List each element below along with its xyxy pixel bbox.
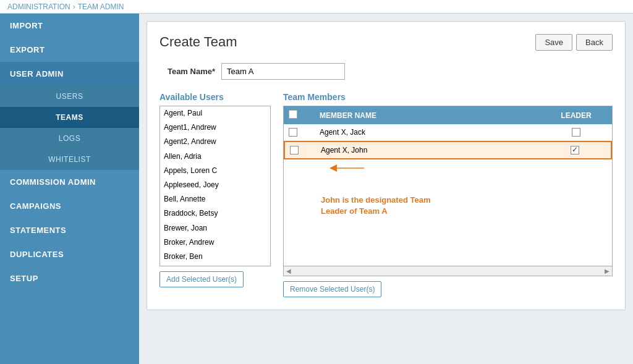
available-users-col: Available Users Agent, Paul Agent1, Andr…: [159, 92, 271, 287]
content-area: Create Team Save Back Team Name* Availab…: [139, 14, 633, 364]
content-panel: Create Team Save Back Team Name* Availab…: [147, 21, 626, 310]
list-item[interactable]: Broker, Andrew: [160, 235, 270, 250]
breadcrumb-team-admin[interactable]: TEAM ADMIN: [78, 2, 124, 11]
list-item[interactable]: Appels, Loren C: [160, 164, 270, 178]
list-item[interactable]: Braddock, Betsy: [160, 206, 270, 221]
member-name: Agent X, Jack: [307, 128, 545, 137]
sidebar-item-import[interactable]: IMPORT: [0, 14, 139, 38]
available-users-title: Available Users: [159, 92, 271, 102]
panel-header: Create Team Save Back: [159, 34, 613, 51]
list-item[interactable]: Brewer, Joan: [160, 221, 270, 235]
available-users-list[interactable]: Agent, Paul Agent1, Andrew Agent2, Andre…: [159, 106, 271, 266]
row-checkbox[interactable]: [289, 128, 297, 137]
row-checkbox[interactable]: [290, 146, 299, 154]
sidebar-item-commission-admin[interactable]: COMMISSION ADMIN: [0, 170, 139, 194]
leader-checkbox[interactable]: [572, 128, 580, 137]
team-members-table[interactable]: MEMBER NAME LEADER Agent X, Jack: [283, 106, 613, 266]
two-col-layout: Available Users Agent, Paul Agent1, Andr…: [159, 92, 613, 297]
list-item[interactable]: Bell, Annette: [160, 192, 270, 206]
page-title: Create Team: [159, 34, 237, 50]
leader-header: LEADER: [545, 111, 607, 120]
list-item[interactable]: Agent, Paul: [160, 106, 270, 121]
sidebar-item-campaigns[interactable]: CAMPAIGNS: [0, 194, 139, 218]
header-checkbox[interactable]: [289, 110, 297, 119]
annotation-text: John is the designated Team Leader of Te…: [321, 195, 612, 217]
back-button[interactable]: Back: [576, 34, 613, 51]
team-table-row-highlighted[interactable]: Agent X, John: [284, 141, 612, 159]
annotation-arrow: [315, 162, 389, 187]
save-button[interactable]: Save: [535, 34, 572, 51]
scrollbar-hint: ◀ ▶: [283, 266, 613, 276]
list-item[interactable]: Agent1, Andrew: [160, 121, 270, 135]
sidebar-item-duplicates[interactable]: DUPLICATES: [0, 242, 139, 266]
leader-checkbox-checked[interactable]: [571, 146, 579, 154]
member-name: Agent X, John: [308, 146, 544, 154]
sidebar-item-teams[interactable]: TEAMS: [0, 107, 139, 128]
sidebar-item-whitelist[interactable]: WHITELIST: [0, 149, 139, 170]
list-item[interactable]: Agent2, Andrew: [160, 135, 270, 149]
team-table-header: MEMBER NAME LEADER: [284, 106, 612, 124]
team-name-input[interactable]: [221, 63, 345, 80]
sidebar-item-logs[interactable]: LOGS: [0, 128, 139, 149]
remove-selected-button[interactable]: Remove Selected User(s): [283, 281, 381, 297]
list-item[interactable]: Broker, Ben: [160, 250, 270, 264]
sidebar-item-statements[interactable]: STATEMENTS: [0, 218, 139, 242]
sidebar: IMPORT EXPORT USER ADMIN USERS TEAMS LOG…: [0, 14, 139, 364]
team-members-title: Team Members: [283, 92, 613, 102]
sidebar-item-setup[interactable]: SETUP: [0, 266, 139, 290]
sidebar-item-export[interactable]: EXPORT: [0, 38, 139, 62]
team-name-row: Team Name*: [159, 63, 613, 80]
breadcrumb: ADMINISTRATION › TEAM ADMIN: [0, 0, 633, 14]
list-item[interactable]: Allen, Adria: [160, 150, 270, 164]
annotation-area: John is the designated Team Leader of Te…: [284, 162, 612, 217]
add-selected-button[interactable]: Add Selected User(s): [159, 271, 244, 287]
action-buttons: Save Back: [535, 34, 613, 51]
list-item[interactable]: Appleseed, Joey: [160, 178, 270, 192]
member-name-header: MEMBER NAME: [307, 111, 545, 120]
breadcrumb-admin[interactable]: ADMINISTRATION: [7, 2, 70, 11]
team-table-row[interactable]: Agent X, Jack: [284, 124, 612, 141]
team-members-col: Team Members MEMBER NAME LEADER: [283, 92, 613, 297]
sidebar-item-user-admin[interactable]: USER ADMIN: [0, 62, 139, 86]
sidebar-item-users[interactable]: USERS: [0, 86, 139, 107]
team-name-label: Team Name*: [159, 67, 215, 76]
